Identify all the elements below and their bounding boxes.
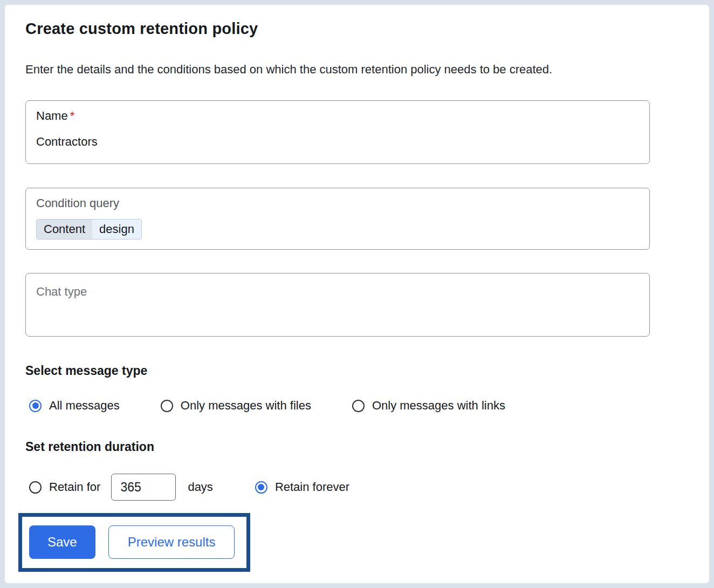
radio-only-links-label[interactable]: Only messages with links bbox=[372, 399, 505, 413]
name-field[interactable]: Name* Contractors bbox=[25, 100, 650, 164]
radio-retain-forever-control[interactable] bbox=[255, 481, 267, 494]
actions-highlight-box: Save Preview results bbox=[18, 513, 250, 572]
retention-policy-form: Create custom retention policy Enter the… bbox=[5, 5, 709, 583]
radio-only-files-label[interactable]: Only messages with files bbox=[181, 399, 311, 413]
radio-retain-forever[interactable]: Retain forever bbox=[255, 480, 349, 494]
days-unit-label: days bbox=[188, 480, 212, 494]
name-field-value[interactable]: Contractors bbox=[36, 135, 639, 149]
chat-type-field[interactable]: Chat type bbox=[25, 273, 650, 337]
name-label-text: Name bbox=[36, 109, 68, 122]
condition-query-label: Condition query bbox=[36, 196, 639, 210]
page-title: Create custom retention policy bbox=[25, 20, 689, 38]
condition-chip[interactable]: Content design bbox=[36, 219, 142, 240]
condition-query-field[interactable]: Condition query Content design bbox=[25, 188, 650, 250]
radio-only-links[interactable]: Only messages with links bbox=[352, 399, 505, 413]
radio-all-messages-control[interactable] bbox=[29, 400, 42, 412]
page-description: Enter the details and the conditions bas… bbox=[25, 63, 689, 77]
radio-retain-for-label[interactable]: Retain for bbox=[49, 480, 100, 494]
condition-chip-key[interactable]: Content bbox=[37, 220, 92, 239]
name-field-label: Name* bbox=[36, 109, 639, 123]
radio-retain-for[interactable]: Retain for bbox=[29, 480, 100, 494]
message-type-heading: Select message type bbox=[25, 364, 689, 378]
radio-all-messages-label[interactable]: All messages bbox=[49, 399, 120, 413]
radio-retain-forever-label[interactable]: Retain forever bbox=[275, 480, 349, 494]
preview-results-button[interactable]: Preview results bbox=[108, 525, 235, 559]
radio-only-links-control[interactable] bbox=[352, 400, 365, 412]
required-asterisk: * bbox=[70, 109, 75, 122]
radio-only-files[interactable]: Only messages with files bbox=[161, 399, 311, 413]
retention-days-input[interactable] bbox=[111, 474, 176, 501]
radio-retain-for-control[interactable] bbox=[29, 481, 42, 494]
retention-duration-heading: Set retention duration bbox=[25, 440, 689, 454]
chat-type-placeholder: Chat type bbox=[36, 285, 639, 299]
radio-all-messages[interactable]: All messages bbox=[29, 399, 120, 413]
save-button[interactable]: Save bbox=[29, 525, 95, 559]
condition-chip-value[interactable]: design bbox=[92, 220, 141, 239]
message-type-options: All messages Only messages with files On… bbox=[25, 399, 689, 413]
radio-only-files-control[interactable] bbox=[161, 400, 173, 412]
retention-duration-options: Retain for days Retain forever bbox=[25, 474, 689, 501]
screen-frame: Create custom retention policy Enter the… bbox=[0, 0, 714, 588]
